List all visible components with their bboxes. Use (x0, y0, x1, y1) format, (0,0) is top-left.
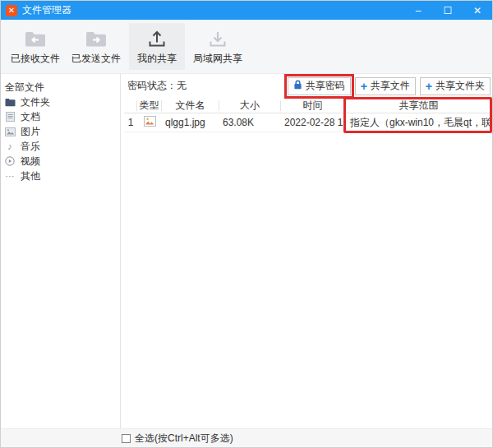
column-header-filename[interactable]: 文件名 (162, 100, 219, 111)
shared-files-table: 类型 文件名 大小 时间 共享范围 1 qlgg1.jpg 63.08K 202… (124, 98, 492, 132)
toolbar-label: 我的共享 (137, 52, 177, 66)
sidebar-item-documents[interactable]: 文档 (4, 109, 120, 124)
sidebar-item-label: 音乐 (21, 140, 40, 154)
sidebar-item-music[interactable]: ♪ 音乐 (4, 139, 120, 154)
title-bar: ✕ 文件管理器 – ☐ ✕ (1, 1, 492, 20)
close-button[interactable]: ✕ (463, 1, 492, 20)
download-icon (207, 28, 228, 48)
toolbar: 已接收文件 已发送文件 我的共享 (1, 20, 492, 74)
sidebar: 全部文件 文件夹 文档 图片 ♪ 音乐 视频 (1, 74, 121, 428)
sidebar-item-videos[interactable]: 视频 (4, 154, 120, 169)
toolbar-item-my-shares[interactable]: 我的共享 (129, 23, 185, 70)
select-all-label: 全选(按Ctrl+Alt可多选) (135, 432, 233, 446)
toolbar-label: 已接收文件 (11, 52, 60, 66)
button-label: 共享密码 (306, 79, 345, 93)
sidebar-item-label: 其他 (21, 169, 40, 183)
maximize-button[interactable]: ☐ (433, 1, 463, 20)
picture-icon (4, 127, 16, 136)
app-logo-icon: ✕ (6, 5, 17, 16)
toolbar-label: 局域网共享 (193, 52, 242, 66)
sidebar-item-label: 全部文件 (5, 81, 44, 95)
cell-share-scope: 指定人（gkx-win10，毛晨qt，联想-pc... (345, 116, 492, 130)
sidebar-item-pictures[interactable]: 图片 (4, 124, 120, 139)
share-actions: 共享密码 + 共享文件 + 共享文件夹 (288, 77, 491, 95)
lock-icon (293, 80, 302, 92)
folder-send-icon (85, 28, 108, 48)
table-row[interactable]: 1 qlgg1.jpg 63.08K 2022-02-28 1... 指定人（g… (124, 113, 492, 132)
window-controls: – ☐ ✕ (403, 1, 492, 20)
column-header-type[interactable]: 类型 (137, 100, 162, 111)
sidebar-item-label: 文件夹 (21, 95, 50, 109)
toolbar-label: 已发送文件 (71, 52, 121, 66)
main-panel: 密码状态：无 共享密码 + 共享文件 + 共享文件夹 (121, 74, 492, 428)
window-title: 文件管理器 (22, 3, 71, 17)
sidebar-item-label: 文档 (21, 110, 40, 124)
password-status: 密码状态：无 (127, 79, 187, 93)
status-row: 密码状态：无 共享密码 + 共享文件 + 共享文件夹 (121, 74, 492, 98)
document-icon (4, 112, 16, 122)
share-password-button[interactable]: 共享密码 (288, 77, 351, 95)
image-file-icon (137, 116, 162, 129)
column-header-scope[interactable]: 共享范围 (345, 100, 492, 111)
sidebar-item-label: 视频 (21, 155, 40, 169)
column-header-size[interactable]: 大小 (219, 100, 281, 111)
sidebar-item-label: 图片 (21, 125, 40, 139)
toolbar-item-lan-share[interactable]: 局域网共享 (190, 23, 246, 70)
select-all-checkbox[interactable] (122, 434, 131, 443)
folder-icon (4, 98, 16, 107)
video-icon (4, 156, 16, 166)
minimize-button[interactable]: – (403, 1, 433, 20)
toolbar-item-received-files[interactable]: 已接收文件 (7, 23, 63, 70)
file-manager-window: ✕ 文件管理器 – ☐ ✕ 已接收文件 已发送 (0, 0, 493, 448)
folder-receive-icon (24, 28, 47, 48)
bottom-bar: 全选(按Ctrl+Alt可多选) (1, 428, 492, 447)
plus-icon: + (426, 81, 432, 92)
plus-icon: + (361, 81, 367, 92)
sidebar-item-folders[interactable]: 文件夹 (4, 95, 120, 109)
cell-filename: qlgg1.jpg (162, 117, 219, 128)
table-header-row: 类型 文件名 大小 时间 共享范围 (124, 98, 492, 113)
toolbar-item-sent-files[interactable]: 已发送文件 (68, 23, 124, 70)
music-icon: ♪ (4, 141, 16, 151)
button-label: 共享文件 (371, 79, 410, 93)
more-icon: ⋯ (4, 171, 16, 182)
cell-time: 2022-02-28 1... (281, 117, 345, 128)
row-index: 1 (124, 117, 137, 128)
upload-icon (146, 28, 168, 48)
column-header-time[interactable]: 时间 (281, 100, 345, 111)
button-label: 共享文件夹 (435, 79, 485, 93)
share-folder-button[interactable]: + 共享文件夹 (420, 77, 491, 95)
sidebar-item-all-files[interactable]: 全部文件 (4, 80, 120, 95)
column-header-index (124, 100, 137, 111)
cell-size: 63.08K (219, 117, 281, 128)
sidebar-item-others[interactable]: ⋯ 其他 (4, 169, 120, 183)
share-file-button[interactable]: + 共享文件 (355, 77, 416, 95)
